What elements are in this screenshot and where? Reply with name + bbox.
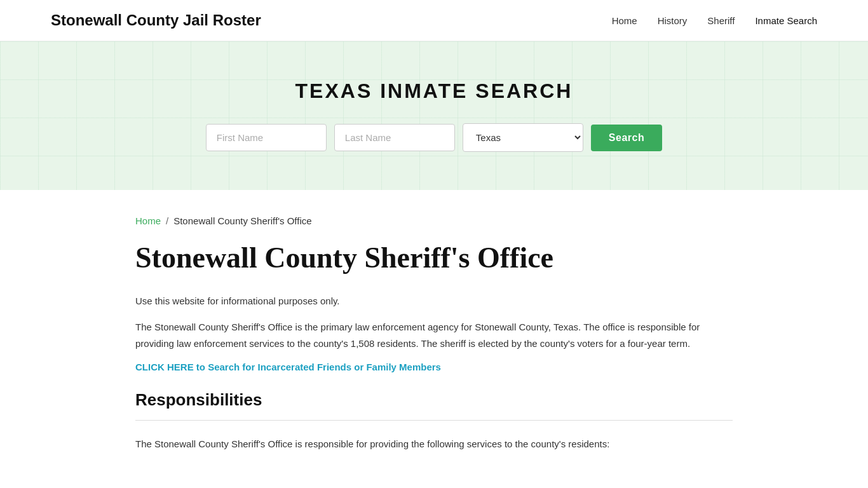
hero-title: Texas Inmate Search (13, 79, 855, 103)
responsibilities-heading: Responsibilities (135, 390, 733, 410)
site-header: Stonewall County Jail Roster Home Histor… (0, 0, 868, 41)
nav-sheriff[interactable]: Sheriff (707, 15, 735, 26)
search-form: Texas Alabama Alaska Arizona Arkansas Ca… (13, 123, 855, 152)
breadcrumb-home[interactable]: Home (135, 215, 161, 226)
breadcrumb: Home / Stonewall County Sheriff's Office (135, 215, 733, 226)
cta-link[interactable]: CLICK HERE to Search for Incarcerated Fr… (135, 362, 441, 372)
site-title[interactable]: Stonewall County Jail Roster (51, 11, 261, 29)
first-name-input[interactable] (206, 124, 327, 151)
state-select[interactable]: Texas Alabama Alaska Arizona Arkansas Ca… (463, 123, 583, 152)
info-text-1: Use this website for informational purpo… (135, 293, 733, 309)
breadcrumb-current: Stonewall County Sheriff's Office (173, 215, 311, 226)
section-divider (135, 420, 733, 421)
last-name-input[interactable] (334, 124, 455, 151)
main-content: Home / Stonewall County Sheriff's Office… (85, 190, 783, 488)
responsibilities-intro: The Stonewall County Sheriff's Office is… (135, 436, 733, 452)
nav-history[interactable]: History (658, 15, 688, 26)
hero-section: Texas Inmate Search Texas Alabama Alaska… (0, 41, 868, 190)
page-heading: Stonewall County Sheriff's Office (135, 241, 733, 275)
breadcrumb-separator: / (166, 215, 168, 226)
nav-home[interactable]: Home (612, 15, 637, 26)
search-button[interactable]: Search (591, 125, 662, 151)
main-nav: Home History Sheriff Inmate Search (612, 15, 817, 26)
info-text-2: The Stonewall County Sheriff's Office is… (135, 319, 733, 351)
nav-inmate-search[interactable]: Inmate Search (755, 15, 817, 26)
